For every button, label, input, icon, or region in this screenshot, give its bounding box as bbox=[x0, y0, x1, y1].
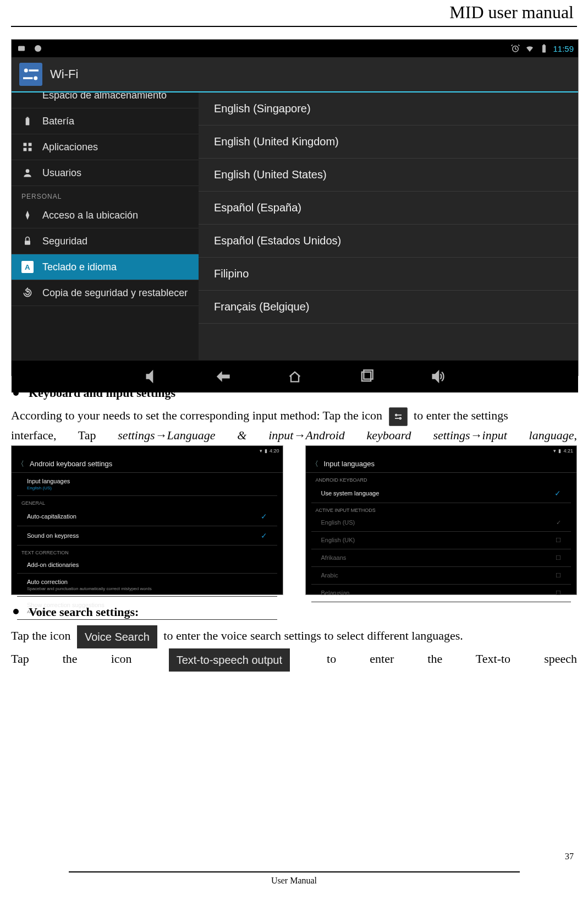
list-item: Afrikaans☐ bbox=[311, 549, 571, 567]
page-header: MID user manual bbox=[11, 0, 577, 26]
paragraph: Tap the icon Text-to-speech output to en… bbox=[11, 648, 577, 672]
battery-menu-icon bbox=[21, 115, 34, 127]
svg-point-22 bbox=[399, 417, 401, 419]
svg-rect-16 bbox=[25, 241, 30, 245]
svg-rect-12 bbox=[29, 143, 32, 146]
svg-rect-0 bbox=[18, 46, 25, 51]
header-rule bbox=[11, 26, 577, 27]
section-android-keyboard: ANDROID KEYBOARD bbox=[311, 473, 571, 484]
android-icon bbox=[32, 43, 43, 54]
svg-rect-13 bbox=[24, 148, 27, 151]
svg-point-7 bbox=[34, 77, 37, 80]
svg-point-1 bbox=[35, 45, 41, 52]
screen-title: 〈Android keyboard settings bbox=[12, 456, 283, 473]
wifi-header: Wi-Fi bbox=[12, 57, 578, 92]
language-list: English (Singapore) English (United King… bbox=[199, 92, 578, 360]
row-autocap[interactable]: Auto-capitalization✓ bbox=[17, 507, 277, 526]
svg-rect-14 bbox=[29, 148, 32, 151]
list-item[interactable]: Filipino bbox=[199, 258, 578, 291]
wifi-title: Wi-Fi bbox=[50, 67, 78, 81]
sidebar-item-keyboard[interactable]: ATeclado e idioma bbox=[12, 254, 199, 280]
sidebar-item-battery[interactable]: Batería bbox=[12, 108, 199, 134]
svg-rect-11 bbox=[24, 143, 27, 146]
nav-bar bbox=[12, 360, 578, 392]
paragraph: interface, Tap settings→Language & input… bbox=[11, 426, 577, 444]
svg-rect-4 bbox=[543, 45, 545, 46]
list-item: English (UK)☐ bbox=[311, 532, 571, 549]
location-icon bbox=[21, 209, 34, 221]
list-item[interactable]: English (United States) bbox=[199, 159, 578, 192]
list-item[interactable]: English (United Kingdom) bbox=[199, 126, 578, 159]
screen-title: 〈Input languages bbox=[306, 456, 577, 473]
sidebar-item-security[interactable]: Seguridad bbox=[12, 228, 199, 254]
list-item: Arabic☐ bbox=[311, 567, 571, 585]
page-footer: User Manual bbox=[0, 871, 588, 886]
apps-icon bbox=[21, 141, 34, 153]
heading-voice: Voice search settings: bbox=[11, 603, 577, 621]
alarm-icon bbox=[510, 43, 521, 54]
svg-rect-3 bbox=[542, 45, 546, 53]
sidebar-section-personal: PERSONAL bbox=[12, 186, 199, 203]
status-bar: ▾▮4:20 bbox=[12, 446, 283, 456]
wifi-status-icon bbox=[524, 43, 535, 54]
paragraph: Tap the icon Voice Search to enter the v… bbox=[11, 625, 577, 648]
row-use-system-lang[interactable]: Use system language✓ bbox=[311, 484, 571, 503]
list-item[interactable]: Español (España) bbox=[199, 192, 578, 225]
wifi-settings-icon bbox=[19, 63, 42, 86]
voice-search-chip: Voice Search bbox=[77, 625, 157, 648]
sidebar-item-location[interactable]: Acceso a la ubicación bbox=[12, 203, 199, 228]
lock-icon bbox=[21, 235, 34, 247]
list-item[interactable]: Français (Belgique) bbox=[199, 291, 578, 324]
users-icon bbox=[21, 167, 34, 179]
svg-point-5 bbox=[24, 69, 28, 73]
list-item[interactable]: English (Singapore) bbox=[199, 92, 578, 126]
notification-icon bbox=[16, 43, 27, 54]
list-item[interactable]: Español (Estados Unidos) bbox=[199, 225, 578, 258]
battery-icon bbox=[538, 43, 549, 54]
row-input-languages[interactable]: Input languagesEnglish (US) bbox=[17, 473, 277, 496]
storage-icon bbox=[21, 92, 34, 101]
volume-up-button[interactable] bbox=[427, 366, 449, 388]
tts-chip: Text-to-speech output bbox=[169, 648, 290, 672]
back-button[interactable] bbox=[212, 366, 234, 388]
row-autocorrect[interactable]: Auto correctionSpacebar and punctuation … bbox=[17, 574, 277, 597]
home-button[interactable] bbox=[284, 366, 306, 388]
row-sound[interactable]: Sound on keypress✓ bbox=[17, 526, 277, 546]
svg-point-15 bbox=[26, 169, 30, 173]
keyboard-icon: A bbox=[21, 261, 34, 273]
section-active-methods: ACTIVE INPUT METHODS bbox=[311, 503, 571, 514]
recent-button[interactable] bbox=[355, 366, 377, 388]
check-icon: ✓ bbox=[261, 531, 267, 540]
check-icon: ✓ bbox=[554, 489, 561, 498]
list-item: Belarusian☐ bbox=[311, 585, 571, 602]
svg-rect-9 bbox=[26, 118, 30, 125]
check-icon: ✓ bbox=[261, 512, 267, 521]
settings-sidebar: Espacio de almacenamiento Batería Aplica… bbox=[12, 92, 199, 360]
svg-rect-8 bbox=[23, 77, 33, 79]
status-bar: ▾▮4:21 bbox=[306, 446, 577, 456]
svg-point-20 bbox=[395, 414, 397, 416]
svg-text:A: A bbox=[25, 263, 30, 271]
svg-rect-10 bbox=[26, 117, 28, 118]
screenshot-language-settings: 11:59 Wi-Fi Espacio de almacenamiento Ba… bbox=[11, 39, 579, 376]
sidebar-item-storage[interactable]: Espacio de almacenamiento bbox=[12, 92, 199, 108]
status-time: 11:59 bbox=[553, 44, 574, 53]
row-addon-dict[interactable]: Add-on dictionaries bbox=[17, 557, 277, 574]
backup-icon bbox=[21, 287, 34, 299]
paragraph: According to your needs to set the corre… bbox=[11, 406, 577, 426]
settings-gear-icon bbox=[389, 407, 408, 426]
screenshot-input-languages: ▾▮4:21 〈Input languages ANDROID KEYBOARD… bbox=[305, 445, 578, 595]
list-item: English (US)✓ bbox=[311, 514, 571, 532]
page-number: 37 bbox=[565, 852, 574, 861]
sidebar-item-backup[interactable]: Copia de seguridad y restablecer bbox=[12, 280, 199, 306]
status-bar: 11:59 bbox=[12, 40, 578, 57]
sidebar-item-apps[interactable]: Aplicaciones bbox=[12, 134, 199, 160]
section-general: GENERAL bbox=[17, 496, 277, 507]
volume-down-button[interactable] bbox=[141, 366, 163, 388]
svg-rect-6 bbox=[29, 69, 39, 72]
section-textcorrection: TEXT CORRECTION bbox=[17, 546, 277, 557]
sidebar-item-users[interactable]: Usuarios bbox=[12, 160, 199, 186]
screenshot-android-keyboard-settings: ▾▮4:20 〈Android keyboard settings Input … bbox=[11, 445, 283, 595]
